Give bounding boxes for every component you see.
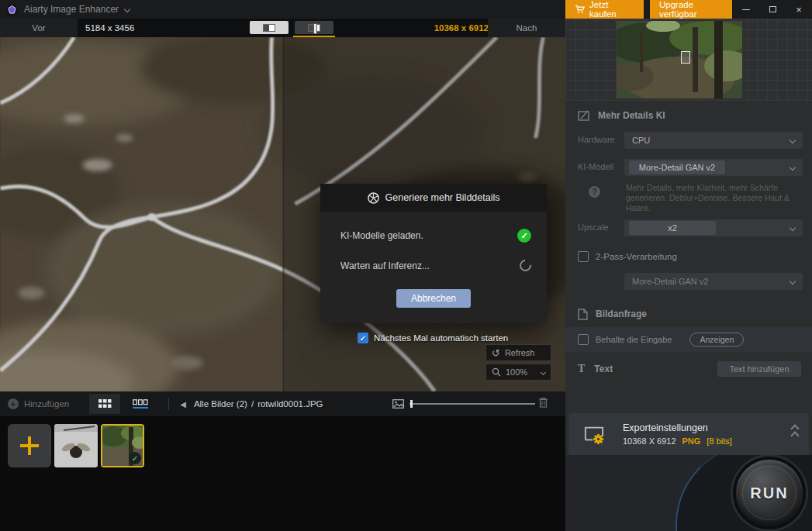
thumbnail-bee[interactable] (54, 424, 98, 467)
export-settings-bar[interactable]: Exporteinstellungen 10368 X 6912 PNG [8 … (568, 413, 809, 455)
settings-sidebar: Mehr Details KI Hardware CPU KI-Modell M… (565, 19, 812, 531)
model-description: Mehr Details, mehr Klarheit, mehr Schärf… (626, 183, 803, 213)
upscale-chevron-down-icon (790, 225, 796, 231)
back-arrow-icon[interactable]: ◀ (180, 400, 186, 409)
trash-icon[interactable] (538, 397, 548, 408)
run-label: RUN (750, 484, 788, 502)
two-pass-row: 2-Pass-Verarbeitung (578, 251, 677, 262)
app-title: Aiarty Image Enhancer (24, 4, 119, 15)
refresh-icon: ↺ (492, 347, 500, 359)
model-label: KI-Modell (578, 162, 613, 171)
buy-now-button[interactable]: Jetzt kaufen (565, 0, 644, 19)
page-icon (578, 309, 588, 320)
two-pass-checkbox[interactable] (578, 251, 589, 262)
after-label: Nach (517, 23, 537, 33)
image-canvas[interactable]: Generiere mehr Bilddetails KI-Modelle ge… (0, 37, 565, 391)
model-dropdown[interactable]: More-Detail GAN v2 (624, 159, 803, 176)
buy-now-label: Jetzt kaufen (589, 0, 634, 19)
hardware-label: Hardware (578, 135, 615, 144)
keep-input-row: Behalte die Eingabe Anzeigen (565, 327, 812, 352)
size-slider-handle[interactable] (410, 400, 413, 408)
export-format: PNG (682, 436, 701, 446)
collapse-chevrons-icon[interactable] (792, 426, 798, 439)
export-title: Exporteinstellungen (623, 422, 732, 433)
after-tab[interactable]: Nach (488, 19, 565, 37)
after-size: 10368 x 6912 (419, 19, 489, 37)
minimize-button[interactable] (733, 0, 759, 19)
autostart-checkbox[interactable]: ✓ (358, 333, 368, 343)
add-files-label: Hinzufügen (24, 399, 69, 409)
breadcrumb: Alle Bilder (2) / rotwild0001.JPG (194, 399, 323, 409)
close-icon: × (796, 4, 802, 16)
app-window: Aiarty Image Enhancer Jetzt kaufen Upgra… (0, 0, 812, 531)
single-view-icon (263, 24, 275, 32)
show-button[interactable]: Anzeigen (689, 333, 744, 347)
add-image-tile[interactable] (8, 424, 51, 467)
help-icon[interactable]: ? (589, 186, 600, 198)
two-pass-model-dropdown[interactable]: More-Detail GAN v2 (624, 273, 803, 290)
zoom-chevron-down-icon (541, 369, 546, 374)
plus-icon (20, 436, 39, 455)
size-slider[interactable] (409, 403, 535, 405)
plus-circle-icon: + (8, 398, 19, 409)
filmstrip-bar: + Hinzufügen ◀ Alle Bilder (2) / rotwild… (0, 391, 565, 416)
view-mode-toggles (250, 21, 333, 34)
refresh-button[interactable]: ↺ Refresh (485, 344, 551, 361)
run-button[interactable]: RUN (733, 457, 806, 529)
title-chevron-down-icon[interactable] (124, 6, 130, 12)
two-pass-label: 2-Pass-Verarbeitung (596, 252, 677, 261)
cancel-button[interactable]: Abbrechen (396, 289, 471, 308)
model-value: More-Detail GAN v2 (629, 160, 725, 174)
close-button[interactable]: × (786, 0, 812, 19)
upgrade-button[interactable]: Upgrade verfügbar (650, 0, 732, 19)
run-zone: RUN (565, 455, 812, 531)
add-text-button[interactable]: Text hinzufügen (717, 361, 801, 377)
export-size: 10368 X 6912 (623, 436, 676, 446)
keep-input-label: Behalte die Eingabe (596, 335, 672, 344)
autostart-label: Nächstes Mal automatisch starten (374, 333, 508, 343)
compare-toolbar: Vor 5184 x 3456 10368 x 6912 Nach (0, 19, 565, 37)
thumbnail-size-control (392, 391, 535, 416)
strip-view-button[interactable] (125, 394, 156, 414)
add-files-button[interactable]: + Hinzufügen (8, 398, 69, 409)
hardware-dropdown[interactable]: CPU (624, 132, 803, 149)
window-controls: × (733, 0, 812, 19)
status-loaded-text: KI-Modelle geladen. (340, 230, 423, 241)
details-section-title: Mehr Details KI (598, 110, 665, 121)
upscale-dropdown[interactable]: x2 (624, 219, 803, 236)
grid-view-button[interactable] (89, 394, 120, 414)
thumbnail-forest-selected[interactable]: ✓ (101, 424, 144, 467)
export-bit-depth: [8 bits] (707, 436, 731, 446)
single-view-button[interactable] (250, 21, 289, 34)
keep-input-checkbox[interactable] (578, 334, 589, 345)
refresh-label: Refresh (505, 348, 535, 357)
text-section-row: T Text Text hinzufügen (565, 358, 812, 380)
before-size: 5184 x 3456 (85, 19, 134, 37)
text-tool-icon: T (578, 363, 585, 375)
text-section-title: Text (594, 364, 613, 374)
progress-dialog: Generiere mehr Bilddetails KI-Modelle ge… (320, 184, 547, 323)
upscale-value: x2 (629, 221, 716, 235)
breadcrumb-filename: rotwild0001.JPG (257, 399, 323, 409)
two-pass-chevron-down-icon (790, 278, 796, 284)
autostart-row: ✓ Nächstes Mal automatisch starten (358, 333, 508, 343)
navigator-panel[interactable] (565, 19, 812, 101)
app-logo-icon (6, 4, 18, 16)
dialog-header: Generiere mehr Bilddetails (320, 184, 547, 212)
two-pass-model-value: More-Detail GAN v2 (632, 277, 708, 286)
status-waiting-text: Warten auf Inferenz... (340, 260, 430, 271)
hardware-value: CPU (632, 136, 650, 145)
export-texts: Exporteinstellungen 10368 X 6912 PNG [8 … (623, 422, 732, 446)
navigator-viewport-rect[interactable] (681, 51, 690, 64)
maximize-button[interactable] (759, 0, 786, 19)
split-view-button[interactable] (295, 21, 333, 34)
before-tab[interactable]: Vor (0, 19, 78, 37)
status-row-waiting: Warten auf Inferenz... (340, 260, 531, 271)
zoom-control[interactable]: 100% (485, 364, 551, 381)
breadcrumb-all-images[interactable]: Alle Bilder (2) (194, 399, 247, 409)
navigator-photo (617, 21, 742, 98)
spinner-icon (517, 257, 534, 274)
divider (168, 398, 169, 410)
strip-view-icon (133, 399, 148, 409)
aperture-icon (368, 192, 379, 204)
